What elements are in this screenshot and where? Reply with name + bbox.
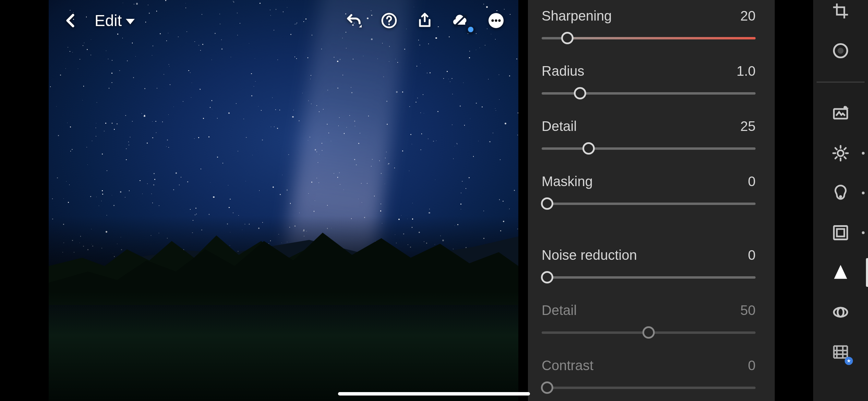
slider-thumb[interactable]: [561, 32, 574, 44]
chevron-down-icon: [126, 19, 135, 24]
rail-tick-icon: [862, 152, 865, 155]
slider-track[interactable]: [542, 197, 756, 210]
svg-point-13: [839, 195, 842, 198]
slider-label: Detail: [542, 119, 577, 134]
rail-tick-icon: [862, 192, 865, 194]
slider-label: Contrast: [542, 358, 593, 373]
slider-thumb[interactable]: [541, 271, 553, 283]
share-button[interactable]: [413, 9, 437, 33]
slider-value: 0: [748, 174, 756, 189]
svg-point-16: [834, 308, 847, 317]
back-button[interactable]: [59, 9, 83, 33]
help-button[interactable]: [377, 9, 401, 33]
app-root: Edit: [0, 0, 868, 401]
rail-light-button[interactable]: [830, 142, 852, 164]
rail-color-button[interactable]: [830, 182, 852, 204]
slider-track[interactable]: [542, 326, 756, 339]
svg-rect-15: [837, 229, 844, 236]
rail-geometry-button[interactable]: [830, 341, 852, 363]
rail-optics-button[interactable]: [830, 301, 852, 323]
edit-mode-dropdown[interactable]: Edit: [95, 11, 135, 30]
slider-value: 0: [748, 247, 756, 263]
slider-track[interactable]: [542, 142, 756, 155]
slider-label: Radius: [542, 63, 584, 79]
slider-thumb[interactable]: [582, 142, 595, 155]
undo-button[interactable]: [341, 9, 365, 33]
slider-label: Masking: [542, 174, 593, 189]
slider-label: Detail: [542, 303, 577, 318]
slider-track[interactable]: [542, 381, 756, 394]
slider-thumb[interactable]: [541, 197, 553, 210]
slider-value: 1.0: [736, 63, 756, 79]
rail-presets-button[interactable]: [830, 102, 852, 124]
edit-label-text: Edit: [95, 11, 122, 30]
rail-detail-button[interactable]: [830, 262, 852, 283]
slider-thumb[interactable]: [642, 326, 655, 339]
cloud-sync-button[interactable]: [448, 9, 472, 33]
slider-sharpening: Sharpening20: [542, 8, 756, 44]
svg-point-5: [491, 19, 494, 22]
svg-point-12: [837, 150, 843, 156]
horizon-layer: [49, 216, 518, 401]
slider-value: 50: [740, 303, 756, 318]
rail-separator: [817, 82, 865, 83]
home-indicator: [338, 392, 530, 396]
svg-point-9: [837, 48, 843, 53]
slider-value: 25: [740, 119, 756, 134]
slider-label: Sharpening: [542, 8, 612, 24]
slider-track[interactable]: [542, 271, 756, 283]
slider-value: 0: [748, 358, 756, 373]
slider-thumb[interactable]: [574, 87, 586, 99]
svg-point-7: [498, 19, 501, 22]
tool-rail: [813, 0, 868, 401]
premium-badge-icon: [845, 357, 853, 365]
slider-radius: Radius1.0: [542, 63, 756, 99]
slider-noise-reduction: Noise reduction0: [542, 247, 756, 283]
rail-effects-button[interactable]: [830, 222, 852, 244]
slider-track[interactable]: [542, 87, 756, 99]
image-preview[interactable]: Edit: [49, 0, 518, 401]
slider-track[interactable]: [542, 32, 756, 44]
slider-value: 20: [740, 8, 756, 24]
rail-crop-button[interactable]: [830, 0, 852, 22]
rail-healing-button[interactable]: [830, 40, 852, 62]
slider-detail: Detail50: [542, 303, 756, 339]
svg-marker-0: [359, 25, 362, 27]
more-button[interactable]: [484, 9, 508, 33]
slider-label: Noise reduction: [542, 247, 637, 263]
rail-tick-icon: [862, 231, 865, 234]
svg-point-17: [837, 308, 843, 317]
slider-detail: Detail25: [542, 119, 756, 155]
sync-status-dot: [467, 26, 474, 33]
svg-point-2: [388, 24, 390, 25]
slider-thumb[interactable]: [541, 381, 553, 394]
svg-point-6: [495, 19, 497, 22]
slider-contrast: Contrast0: [542, 358, 756, 394]
slider-masking: Masking0: [542, 174, 756, 210]
adjustments-panel: Sharpening20Radius1.0Detail25Masking0Noi…: [528, 0, 775, 401]
svg-rect-14: [834, 226, 847, 240]
